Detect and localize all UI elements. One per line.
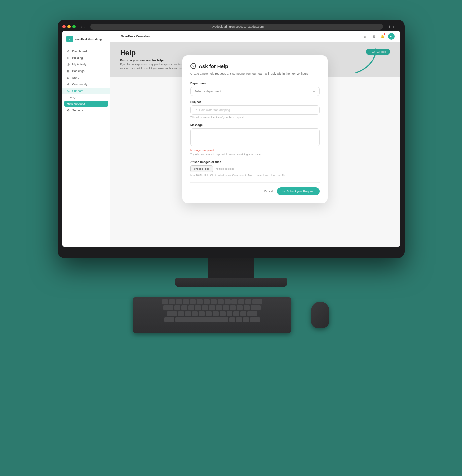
message-hint: Try to be as detailed as possible when d… [190, 153, 320, 156]
key [169, 299, 175, 304]
sidebar-item-settings[interactable]: ⚙ Settings [62, 107, 110, 114]
sidebar-item-support[interactable]: ◎ Support [62, 88, 110, 94]
department-select[interactable]: Select a department [190, 87, 320, 96]
sidebar-item-label: My Activity [72, 63, 87, 66]
key [244, 305, 250, 310]
home-icon[interactable]: ⌂ [362, 33, 368, 39]
key [178, 311, 184, 316]
key [243, 317, 249, 322]
browser-actions: ⬆ + ⋯ [388, 25, 400, 29]
topbar-title: NuvoDesk Coworking [121, 35, 152, 38]
sidebar: N NuvoDesk Coworking ⊙ Dashboard ⊞ Build… [62, 31, 110, 247]
modal-title: Ask for Help [199, 63, 228, 69]
sidebar-item-help-request[interactable]: Help Request [64, 101, 108, 107]
logo-icon: N [66, 36, 73, 42]
sidebar-item-label: Help Request [67, 102, 85, 105]
key-row-1 [135, 299, 289, 304]
main-content: ☰ NuvoDesk Coworking ⌂ ⊞ 🔔 U Help Report… [110, 31, 400, 247]
topbar-icons: ⌂ ⊞ 🔔 U [362, 33, 395, 40]
settings-icon: ⚙ [66, 109, 70, 112]
sidebar-item-building[interactable]: ⊞ Building [62, 55, 110, 61]
choose-files-button[interactable]: Choose Files [190, 165, 213, 172]
message-textarea[interactable] [190, 128, 320, 146]
logo-text: NuvoDesk Coworking [75, 38, 102, 41]
spacebar [175, 317, 228, 322]
share-icon[interactable]: ⬆ [388, 25, 391, 29]
key [174, 305, 180, 310]
help-circle-icon: ? [190, 63, 196, 69]
key [181, 305, 187, 310]
sidebar-item-store[interactable]: ⊡ Store [62, 74, 110, 81]
sidebar-item-bookings[interactable]: ▦ Bookings [62, 68, 110, 74]
sidebar-item-community[interactable]: ⊕ Community [62, 81, 110, 88]
address-bar[interactable]: nuvodesk arlington.spaces.nexudus.com [90, 24, 383, 30]
sidebar-logo: N NuvoDesk Coworking [62, 34, 110, 46]
key [204, 299, 210, 304]
key-row-4 [135, 317, 289, 322]
sidebar-item-my-activity[interactable]: ◷ My Activity [62, 61, 110, 68]
key [206, 311, 212, 316]
key [199, 311, 205, 316]
key [190, 299, 196, 304]
url-text: nuvodesk arlington.spaces.nexudus.com [210, 25, 264, 28]
modal-overlay: ? Ask for Help Create a new help request… [110, 42, 400, 77]
submit-button[interactable]: ⊳ Submit your Request [277, 187, 320, 195]
sidebar-item-label: Bookings [72, 69, 85, 73]
close-button[interactable] [62, 25, 66, 28]
key [227, 311, 232, 316]
modal-description: Create a new help request, and someone f… [190, 72, 320, 76]
notification-icon[interactable]: 🔔 [379, 33, 385, 39]
back-icon[interactable]: ‹ [81, 25, 82, 29]
avatar[interactable]: U [388, 33, 395, 40]
attach-group: Attach Images or files Choose Files no f… [190, 160, 320, 177]
cancel-button[interactable]: Cancel [264, 190, 273, 193]
sidebar-item-label: Building [72, 56, 83, 60]
key [209, 305, 215, 310]
key [202, 305, 208, 310]
key [162, 299, 168, 304]
maximize-button[interactable] [72, 25, 76, 28]
forward-icon[interactable]: › [84, 25, 86, 29]
key [238, 299, 244, 304]
department-group: Department Select a department [190, 82, 320, 96]
sidebar-item-label: Dashboard [72, 50, 87, 53]
building-icon: ⊞ [66, 56, 70, 60]
key [163, 305, 173, 310]
key [240, 311, 246, 316]
no-files-label: no files selected [216, 167, 234, 170]
sidebar-item-label: Settings [72, 109, 83, 112]
key [218, 299, 224, 304]
monitor: ‹ › nuvodesk arlington.spaces.nexudus.co… [58, 20, 405, 258]
submit-icon: ⊳ [282, 190, 285, 193]
monitor-stand-base [175, 278, 287, 287]
key [185, 311, 191, 316]
sidebar-toggle-icon[interactable]: ☰ [116, 35, 118, 38]
browser-screen: N NuvoDesk Coworking ⊙ Dashboard ⊞ Build… [62, 31, 400, 247]
key [251, 305, 261, 310]
key [167, 311, 177, 316]
keyboard [133, 297, 291, 333]
key [252, 299, 262, 304]
subject-group: Subject This will serve as the title of … [190, 100, 320, 119]
dashboard-icon: ⊙ [66, 50, 70, 53]
more-icon[interactable]: ⋯ [397, 25, 400, 29]
key [188, 305, 194, 310]
subject-input[interactable] [190, 105, 320, 115]
store-icon: ⊡ [66, 76, 70, 79]
topbar-left: ☰ NuvoDesk Coworking [116, 35, 152, 38]
sidebar-group-main: ⊙ Dashboard ⊞ Building ◷ My Activity ▦ B… [62, 48, 110, 114]
activity-icon: ◷ [66, 63, 70, 66]
minimize-button[interactable] [67, 25, 71, 28]
message-group: Message Message is required Try to be as… [190, 123, 320, 156]
sidebar-item-faq[interactable]: FAQ [62, 94, 110, 100]
sidebar-item-label: Support [72, 89, 83, 93]
new-tab-icon[interactable]: + [393, 25, 395, 29]
sidebar-item-label: FAQ [70, 96, 76, 99]
key-row-3 [135, 311, 289, 316]
message-label: Message [190, 123, 320, 127]
grid-icon[interactable]: ⊞ [371, 33, 377, 39]
key-row-2 [135, 305, 289, 310]
key [245, 299, 251, 304]
sidebar-item-dashboard[interactable]: ⊙ Dashboard [62, 48, 110, 55]
peripherals [133, 297, 329, 333]
